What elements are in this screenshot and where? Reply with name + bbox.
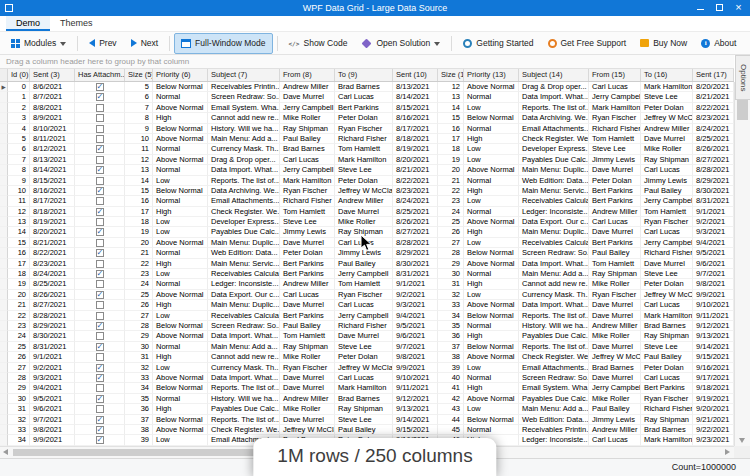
- grid-cell[interactable]: Reports. The list of...: [208, 176, 280, 186]
- grid-cell[interactable]: [75, 124, 125, 134]
- grid-cell[interactable]: Peter Dolan: [641, 279, 693, 289]
- grid-cell[interactable]: 35: [125, 394, 153, 404]
- grid-cell[interactable]: Carl Lucas: [589, 435, 641, 445]
- grid-cell[interactable]: [75, 259, 125, 269]
- grid-cell[interactable]: Mike Roller: [589, 331, 641, 341]
- grid-cell[interactable]: Main Menu: Servic...: [519, 186, 589, 196]
- grid-cell[interactable]: 9/3/2021: [693, 227, 734, 237]
- grid-cell[interactable]: Andrew Miller: [280, 394, 335, 404]
- attachment-checkbox[interactable]: [96, 125, 104, 133]
- grid-cell[interactable]: 8/25/2021: [30, 279, 75, 289]
- grid-cell[interactable]: Jeffrey W McClain: [589, 352, 641, 362]
- attachment-checkbox[interactable]: [96, 218, 104, 226]
- grid-cell[interactable]: 9/23/2021: [693, 435, 734, 445]
- table-row[interactable]: 18/7/20216NormalScreen Redraw: So...Dave…: [0, 92, 734, 102]
- buy-now-button[interactable]: Buy Now: [633, 33, 694, 54]
- grid-cell[interactable]: Carl Lucas: [335, 373, 393, 383]
- grid-cell[interactable]: Data Import. What...: [208, 331, 280, 341]
- grid-cell[interactable]: Low: [153, 217, 208, 227]
- grid-cell[interactable]: Payables Due Calc...: [519, 394, 589, 404]
- grid-cell[interactable]: Ryan Fischer: [280, 363, 335, 373]
- attachment-checkbox[interactable]: [96, 249, 104, 257]
- grid-cell[interactable]: 8/14/2021: [393, 92, 438, 102]
- grid-cell[interactable]: 31: [438, 279, 464, 289]
- grid-cell[interactable]: Data Import. What...: [208, 373, 280, 383]
- table-row[interactable]: 48/10/20219Below NormalHistory. Will we …: [0, 124, 734, 134]
- grid-cell[interactable]: 36: [438, 331, 464, 341]
- grid-cell[interactable]: 21: [8, 300, 30, 310]
- attachment-checkbox[interactable]: [96, 436, 104, 444]
- grid-cell[interactable]: Dave Murrel: [641, 259, 693, 269]
- grid-cell[interactable]: Main Menu: Duplic...: [208, 238, 280, 248]
- grid-cell[interactable]: Paul Bailey: [589, 248, 641, 258]
- grid-cell[interactable]: 9/12/2021: [693, 321, 734, 331]
- grid-cell[interactable]: Mike Roller: [589, 279, 641, 289]
- grid-cell[interactable]: Carl Lucas: [641, 300, 693, 310]
- grid-cell[interactable]: Andrew Miller: [589, 321, 641, 331]
- grid-cell[interactable]: 6: [125, 92, 153, 102]
- grid-cell[interactable]: 21: [438, 176, 464, 186]
- attachment-checkbox[interactable]: [96, 187, 104, 195]
- grid-cell[interactable]: High: [464, 186, 519, 196]
- grid-cell[interactable]: Jerry Campbell: [589, 92, 641, 102]
- grid-cell[interactable]: Carl Lucas: [280, 290, 335, 300]
- grid-cell[interactable]: 30: [125, 342, 153, 352]
- grid-cell[interactable]: Dave Murrel: [589, 300, 641, 310]
- grid-cell[interactable]: Main Menu: Duplic...: [519, 227, 589, 237]
- grid-cell[interactable]: Normal: [153, 248, 208, 258]
- grid-cell[interactable]: Brad Barnes: [641, 425, 693, 435]
- minimize-icon[interactable]: [691, 0, 710, 16]
- grid-cell[interactable]: Above Normal: [464, 352, 519, 362]
- grid-cell[interactable]: Below Normal: [153, 415, 208, 425]
- grid-cell[interactable]: Normal: [464, 124, 519, 134]
- grid-cell[interactable]: 13: [438, 92, 464, 102]
- attachment-checkbox[interactable]: [96, 395, 104, 403]
- grid-cell[interactable]: Andrew Miller: [589, 207, 641, 217]
- grid-cell[interactable]: Andrew Miller: [280, 82, 335, 92]
- grid-cell[interactable]: 8/22/2021: [393, 176, 438, 186]
- grid-cell[interactable]: 23: [8, 321, 30, 331]
- grid-cell[interactable]: Data Import. What...: [519, 92, 589, 102]
- grid-cell[interactable]: Mark Hamilton: [641, 311, 693, 321]
- grid-cell[interactable]: Ledger: Inconsiste...: [519, 435, 589, 445]
- grid-cell[interactable]: Carl Lucas: [641, 227, 693, 237]
- grid-cell[interactable]: Richard Fisher: [335, 134, 393, 144]
- grid-cell[interactable]: Data Import. What...: [519, 259, 589, 269]
- grid-cell[interactable]: 7: [8, 155, 30, 165]
- grid-cell[interactable]: 9/7/2021: [393, 342, 438, 352]
- grid-cell[interactable]: 19: [438, 155, 464, 165]
- grid-cell[interactable]: 18: [8, 269, 30, 279]
- grid-cell[interactable]: [75, 113, 125, 123]
- grid-cell[interactable]: 9/2/2021: [30, 363, 75, 373]
- grid-cell[interactable]: 8/25/2021: [393, 207, 438, 217]
- vertical-scrollbar[interactable]: [734, 82, 750, 446]
- attachment-checkbox[interactable]: [96, 270, 104, 278]
- grid-cell[interactable]: Peter Dolan: [589, 176, 641, 186]
- grid-cell[interactable]: 30: [438, 269, 464, 279]
- grid-cell[interactable]: 8/22/2021: [693, 103, 734, 113]
- show-code-button[interactable]: Show Code: [282, 33, 355, 54]
- grid-cell[interactable]: Paul Bailey: [280, 321, 335, 331]
- grid-cell[interactable]: Dave Murrel: [335, 207, 393, 217]
- grid-cell[interactable]: Bert Parkins: [280, 259, 335, 269]
- column-header[interactable]: Subject (7): [208, 69, 280, 81]
- grid-cell[interactable]: Check Register. We...: [208, 207, 280, 217]
- open-solution-button[interactable]: Open Solution: [354, 33, 447, 54]
- grid-cell[interactable]: 34: [8, 435, 30, 445]
- grid-cell[interactable]: Ray Shipman: [280, 342, 335, 352]
- grid-cell[interactable]: 40: [438, 373, 464, 383]
- grid-cell[interactable]: 8/24/2021: [693, 124, 734, 134]
- grid-cell[interactable]: Steve Lee: [335, 415, 393, 425]
- grid-cell[interactable]: Normal: [464, 207, 519, 217]
- grid-cell[interactable]: Jimmy Lewis: [280, 227, 335, 237]
- grid-cell[interactable]: Jimmy Lewis: [589, 415, 641, 425]
- grid-cell[interactable]: [75, 196, 125, 206]
- grid-cell[interactable]: Currency Mask. Th...: [208, 363, 280, 373]
- grid-cell[interactable]: [75, 92, 125, 102]
- grid-cell[interactable]: 8: [8, 165, 30, 175]
- grid-cell[interactable]: Mike Roller: [589, 394, 641, 404]
- grid-cell[interactable]: Dave Murrel: [280, 415, 335, 425]
- grid-cell[interactable]: 17: [125, 207, 153, 217]
- grid-cell[interactable]: 9/11/2021: [393, 383, 438, 393]
- grid-cell[interactable]: Tom Hamlett: [589, 259, 641, 269]
